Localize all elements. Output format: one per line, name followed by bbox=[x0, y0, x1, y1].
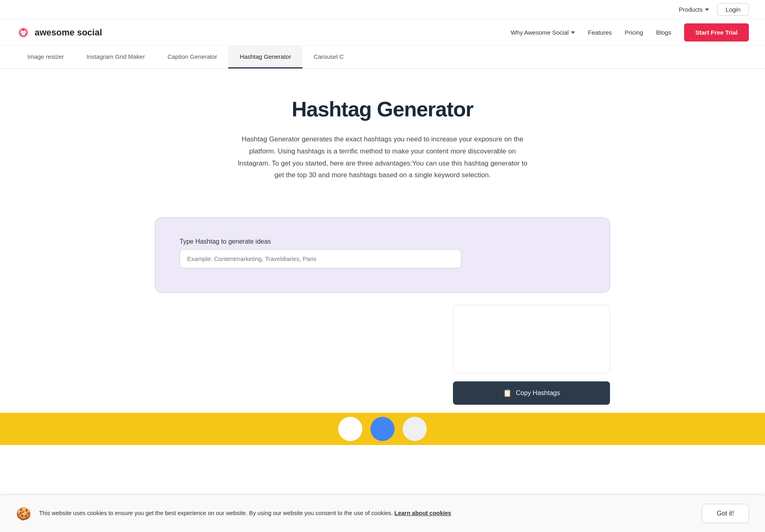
copy-icon: 📋 bbox=[503, 389, 512, 397]
results-section bbox=[155, 305, 610, 373]
chevron-down-icon bbox=[705, 8, 709, 11]
nav-features[interactable]: Features bbox=[588, 29, 612, 36]
top-bar: Products Login bbox=[0, 0, 765, 19]
hashtag-results-box bbox=[453, 305, 610, 373]
subnav-caption-generator[interactable]: Caption Generator bbox=[156, 46, 228, 68]
subnav-hashtag-generator[interactable]: Hashtag Generator bbox=[228, 46, 302, 68]
nav-label: Features bbox=[588, 29, 612, 36]
products-label: Products bbox=[679, 6, 703, 13]
logo-icon bbox=[16, 25, 31, 40]
hashtag-input[interactable] bbox=[180, 249, 461, 268]
copy-hashtags-button[interactable]: 📋 Copy Hashtags bbox=[453, 381, 610, 405]
page-title: Hashtag Generator bbox=[157, 97, 608, 121]
subnav-image-resizer[interactable]: Image resizer bbox=[16, 46, 75, 68]
nav-pricing[interactable]: Pricing bbox=[625, 29, 643, 36]
svg-point-4 bbox=[25, 33, 27, 35]
nav-links: Why Awesome Social Features Pricing Blog… bbox=[511, 29, 671, 36]
hero-section: Hashtag Generator Hashtag Generator gene… bbox=[141, 69, 624, 217]
start-free-trial-button[interactable]: Start Free Trial bbox=[684, 23, 749, 41]
input-section: Type Hashtag to generate ideas bbox=[155, 217, 610, 293]
subnav-carousel[interactable]: Carousel C bbox=[302, 46, 355, 68]
copy-btn-wrapper: 📋 Copy Hashtags bbox=[155, 381, 610, 405]
svg-point-5 bbox=[20, 33, 22, 35]
sub-nav: Image resizer Instagram Grid Maker Capti… bbox=[0, 46, 765, 69]
chevron-down-icon bbox=[571, 31, 575, 34]
nav-label: Why Awesome Social bbox=[511, 29, 569, 36]
hero-description: Hashtag Generator generates the exact ha… bbox=[238, 133, 527, 181]
input-label: Type Hashtag to generate ideas bbox=[180, 238, 585, 245]
circle-decoration-1 bbox=[338, 417, 362, 441]
yellow-strip bbox=[0, 413, 765, 445]
products-dropdown[interactable]: Products bbox=[679, 6, 709, 13]
circle-decoration-3 bbox=[403, 417, 427, 441]
circle-decoration-2 bbox=[370, 417, 395, 441]
svg-point-3 bbox=[23, 29, 25, 31]
nav-blogs[interactable]: Blogs bbox=[656, 29, 671, 36]
copy-hashtags-label: Copy Hashtags bbox=[516, 389, 560, 397]
subnav-instagram-grid-maker[interactable]: Instagram Grid Maker bbox=[75, 46, 156, 68]
logo-area[interactable]: awesome social bbox=[16, 25, 102, 40]
nav-label: Pricing bbox=[625, 29, 643, 36]
logo-text: awesome social bbox=[35, 27, 102, 38]
nav-why-awesome-social[interactable]: Why Awesome Social bbox=[511, 29, 575, 36]
nav-label: Blogs bbox=[656, 29, 671, 36]
main-nav: awesome social Why Awesome Social Featur… bbox=[0, 19, 765, 46]
login-button[interactable]: Login bbox=[717, 3, 749, 16]
